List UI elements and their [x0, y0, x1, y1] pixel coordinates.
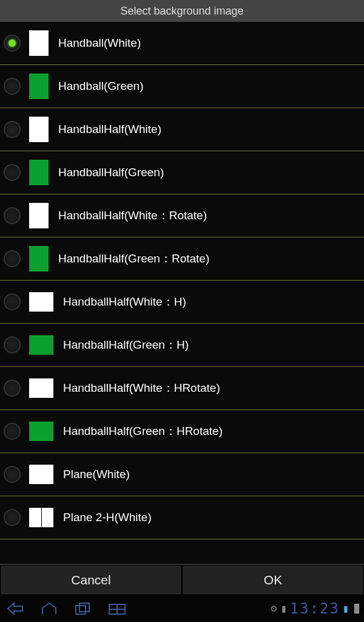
item-label: HandballHalf(White)	[58, 123, 161, 136]
list-item[interactable]: HandballHalf(White：Rotate)	[0, 194, 364, 238]
svg-rect-1	[79, 603, 89, 612]
radio-button[interactable]	[4, 164, 21, 181]
item-label: HandballHalf(White：Rotate)	[58, 208, 207, 224]
cancel-button[interactable]: Cancel	[1, 566, 181, 594]
home-icon[interactable]	[39, 600, 59, 618]
list-item[interactable]: HandballHalf(Green：H)	[0, 324, 364, 367]
thumbnail-icon	[29, 335, 53, 355]
thumbnail-icon	[29, 117, 49, 142]
recent-apps-icon[interactable]	[73, 600, 93, 618]
item-label: Handball(Green)	[58, 80, 143, 93]
thumbnail-icon	[29, 378, 53, 398]
item-label: HandballHalf(White：H)	[63, 294, 186, 310]
radio-button[interactable]	[4, 337, 21, 354]
item-label: HandballHalf(Green：H)	[63, 337, 189, 353]
dialog-title: Select background image	[0, 0, 364, 22]
clock: 13:23	[290, 600, 340, 617]
thumbnail-icon	[29, 203, 49, 228]
item-label: Plane(White)	[63, 468, 130, 481]
background-list[interactable]: Handball(White)Handball(Green)HandballHa…	[0, 22, 364, 564]
radio-button[interactable]	[4, 466, 21, 483]
item-label: HandballHalf(Green：HRotate)	[63, 423, 223, 439]
thumbnail-icon	[29, 73, 49, 99]
item-label: HandballHalf(Green)	[58, 166, 164, 179]
radio-button[interactable]	[4, 35, 21, 52]
thumbnail-icon	[29, 160, 49, 185]
navigation-bar: ⚙ ▮ 13:23 ▮	[0, 595, 364, 622]
item-label: Plane 2-H(White)	[63, 511, 152, 524]
battery-icon	[354, 604, 359, 613]
list-item[interactable]: Plane 2-H(White)	[0, 496, 364, 539]
list-item[interactable]: Handball(White)	[0, 22, 364, 65]
radio-button[interactable]	[4, 423, 21, 440]
radio-button[interactable]	[4, 380, 21, 397]
ok-button[interactable]: OK	[183, 566, 363, 594]
flashlight-icon: ▮	[343, 604, 348, 613]
list-item[interactable]: Plane(White)	[0, 453, 364, 496]
thumbnail-icon	[29, 422, 53, 441]
list-item[interactable]: Handball(Green)	[0, 65, 364, 108]
list-item[interactable]: HandballHalf(Green：HRotate)	[0, 410, 364, 453]
sd-icon: ▮	[281, 604, 286, 613]
button-bar: Cancel OK	[0, 564, 364, 595]
thumbnail-icon	[29, 246, 49, 272]
item-label: HandballHalf(Green：Rotate)	[58, 251, 209, 267]
thumbnail-icon	[29, 30, 49, 56]
list-item[interactable]: HandballHalf(Green)	[0, 151, 364, 194]
list-item[interactable]: HandballHalf(White)	[0, 108, 364, 151]
radio-button[interactable]	[4, 250, 21, 267]
svg-rect-0	[76, 606, 86, 614]
thumbnail-icon	[29, 508, 53, 527]
radio-button[interactable]	[4, 293, 21, 310]
list-item[interactable]: HandballHalf(White：HRotate)	[0, 367, 364, 410]
screenshot-icon[interactable]	[107, 600, 127, 618]
list-item[interactable]: HandballHalf(Green：Rotate)	[0, 238, 364, 281]
status-tray[interactable]: ⚙ ▮ 13:23 ▮	[270, 600, 359, 617]
back-icon[interactable]	[5, 600, 25, 618]
thumbnail-icon	[29, 292, 53, 312]
thumbnail-icon	[29, 465, 53, 484]
list-item[interactable]: HandballHalf(White：H)	[0, 281, 364, 324]
radio-button[interactable]	[4, 121, 21, 138]
item-label: HandballHalf(White：HRotate)	[63, 380, 220, 396]
radio-button[interactable]	[4, 78, 21, 95]
radio-button[interactable]	[4, 207, 21, 224]
debug-icon: ⚙	[270, 604, 278, 613]
radio-button[interactable]	[4, 509, 21, 526]
item-label: Handball(White)	[58, 36, 141, 50]
